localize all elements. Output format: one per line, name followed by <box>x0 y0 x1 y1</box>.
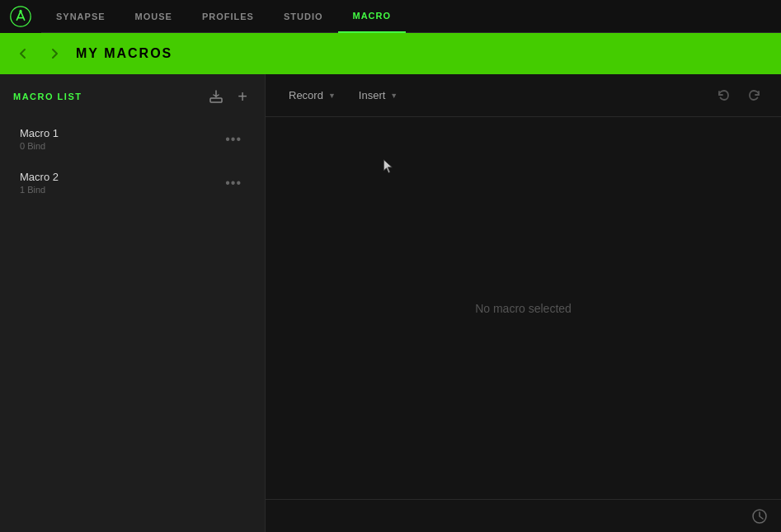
macro-item[interactable]: Macro 1 0 Bind ••• <box>13 119 252 159</box>
record-chevron-icon: ▼ <box>328 92 336 100</box>
header-bar: MY MACROS <box>0 33 781 74</box>
history-button[interactable] <box>748 505 771 528</box>
nav-item-profiles[interactable]: PROFILES <box>187 0 269 33</box>
cursor-indicator <box>381 158 398 175</box>
export-button[interactable] <box>207 87 225 106</box>
main-content: MACRO LIST + Macro 1 0 Bind ••• <box>0 74 781 532</box>
svg-rect-2 <box>210 98 222 102</box>
right-panel: Record ▼ Insert ▼ <box>266 74 781 532</box>
top-navigation: SYNAPSE MOUSE PROFILES STUDIO MACRO <box>0 0 781 33</box>
undo-button[interactable] <box>710 82 736 109</box>
right-toolbar: Record ▼ Insert ▼ <box>266 74 781 117</box>
macro-list-title: MACRO LIST <box>13 92 82 101</box>
back-button[interactable] <box>13 44 33 64</box>
macro-item-bind: 0 Bind <box>20 141 59 151</box>
svg-point-1 <box>19 9 21 12</box>
record-button[interactable]: Record ▼ <box>279 84 346 106</box>
page-title: MY MACROS <box>76 46 172 61</box>
record-label: Record <box>289 89 323 101</box>
nav-item-studio[interactable]: STUDIO <box>269 0 338 33</box>
macro-item-menu-button[interactable]: ••• <box>222 129 245 150</box>
empty-state-message: No macro selected <box>475 302 572 315</box>
macro-item[interactable]: Macro 2 1 Bind ••• <box>13 162 252 203</box>
undo-redo-group <box>710 82 768 109</box>
insert-chevron-icon: ▼ <box>390 92 398 100</box>
macro-item-bind: 1 Bind <box>20 185 59 195</box>
nav-item-mouse[interactable]: MOUSE <box>120 0 187 33</box>
right-content-area: No macro selected <box>266 117 781 499</box>
left-panel: MACRO LIST + Macro 1 0 Bind ••• <box>0 74 266 532</box>
app-logo <box>0 0 41 33</box>
nav-item-synapse[interactable]: SYNAPSE <box>41 0 120 33</box>
macro-item-name: Macro 2 <box>20 171 59 183</box>
insert-label: Insert <box>359 89 386 101</box>
macro-item-menu-button[interactable]: ••• <box>222 172 245 194</box>
redo-button[interactable] <box>741 82 768 109</box>
insert-button[interactable]: Insert ▼ <box>349 84 407 106</box>
macro-item-name: Macro 1 <box>20 127 59 139</box>
forward-button[interactable] <box>45 44 64 64</box>
right-bottom-bar <box>266 499 781 532</box>
nav-item-macro[interactable]: MACRO <box>338 0 407 33</box>
add-macro-button[interactable]: + <box>233 87 252 106</box>
macro-item-info: Macro 2 1 Bind <box>20 171 59 195</box>
macro-item-info: Macro 1 0 Bind <box>20 127 59 151</box>
macro-list-actions: + <box>207 87 252 106</box>
macro-list-header: MACRO LIST + <box>13 87 252 106</box>
